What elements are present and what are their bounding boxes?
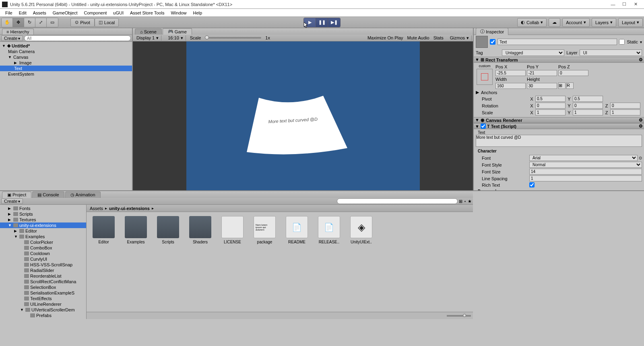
layout-dropdown[interactable]: Layout ▾ [618,18,643,27]
text-textarea[interactable]: More text but curved @D [476,135,642,147]
tag-dropdown[interactable]: Untagged [502,49,564,56]
rotate-tool[interactable]: ↻ [24,18,35,27]
hierarchy-create[interactable]: Create ▾ [1,35,23,41]
zoom-slider[interactable] [447,315,471,317]
folder-item[interactable]: ▼unity-ui-extensions [0,222,86,228]
breadcrumb-item[interactable]: unity-ui-extensions [109,206,150,211]
inspector-tab[interactable]: ⓘ Inspector [476,28,508,35]
posx-input[interactable] [495,70,526,76]
name-field[interactable] [497,39,617,45]
scale-tool[interactable]: ⤢ [35,18,47,27]
stats-toggle[interactable]: Stats [433,35,444,40]
menu-assets[interactable]: Assets [30,10,50,16]
collab-dropdown[interactable]: ◐ Collab ▾ [517,18,547,27]
posy-input[interactable] [527,70,557,76]
game-view[interactable]: More text but curved @D [133,41,473,190]
blueprint-btn[interactable]: ⊞ [558,82,566,89]
menu-file[interactable]: File [2,10,16,16]
account-dropdown[interactable]: Account ▾ [562,18,590,27]
folder-item[interactable]: ColorPicker [0,239,86,245]
display-dropdown[interactable]: Display 1 ▾ [134,35,161,41]
menu-gameobject[interactable]: GameObject [50,10,81,16]
rect-transform-header[interactable]: ▼ ⊞ Rect Transform⚙ [474,57,644,63]
font-select[interactable]: Arial [529,155,638,161]
canvas-renderer-header[interactable]: ▼ ◉ Canvas Renderer⚙ [474,117,644,123]
tree-text[interactable]: Text [0,66,132,71]
folder-item[interactable]: Prefabs [0,313,86,318]
asset-folder[interactable]: Scripts [155,216,181,244]
cloud-button[interactable]: ☁ [549,18,560,27]
asset-file[interactable]: 📄RELEASE.. [316,216,342,244]
folder-item[interactable]: ReorderableList [0,273,86,279]
breadcrumb-item[interactable]: Assets [90,206,103,211]
rot-y[interactable] [573,103,603,109]
folder-item[interactable]: SerialisationExampleS [0,290,86,296]
folder-item[interactable]: SelectionBox [0,284,86,290]
pivot-toggle[interactable]: ⊙ Pivot [70,18,95,27]
folder-item[interactable]: ▶Editor [0,228,86,234]
asset-unity[interactable]: ◈UnityUIExt.. [348,216,374,244]
project-create[interactable]: Create ▾ [1,198,23,204]
asset-folder[interactable]: Examples [123,216,149,244]
posz-input[interactable] [558,70,588,76]
console-tab[interactable]: ▤ Console [32,192,64,198]
scale-slider[interactable] [205,37,261,39]
linespacing-input[interactable] [529,175,642,181]
step-button[interactable]: ▶❚ [328,18,340,27]
tree-canvas[interactable]: ▼Canvas [0,54,132,60]
close-button[interactable]: ✕ [632,1,639,8]
project-tab[interactable]: ▣ Project [2,192,31,198]
maximize-toggle[interactable]: Maximize On Play [367,35,403,40]
folder-item[interactable]: ▶Textures [0,217,86,222]
folder-item[interactable]: ▶Fonts [0,206,86,211]
asset-folder[interactable]: Shaders [187,216,213,244]
folder-item[interactable]: RadialSlider [0,268,86,273]
rect-tool[interactable]: ▭ [47,18,58,27]
search-filter-icons[interactable]: ⊞ ⋆ ★ [459,199,472,204]
layers-dropdown[interactable]: Layers ▾ [592,18,616,27]
menu-component[interactable]: Component [80,10,110,16]
asset-folder[interactable]: Editor [91,216,117,244]
asset-file[interactable]: LICENSE [219,216,246,244]
scale-x[interactable] [535,109,566,115]
folder-item[interactable]: ScrollRectConflictMana [0,279,86,284]
pivot-x[interactable] [535,96,566,102]
scale-y[interactable] [573,109,603,115]
raw-btn[interactable]: R [566,82,574,89]
game-tab[interactable]: 🎮 Game [163,28,192,35]
menu-window[interactable]: Window [167,10,190,16]
menu-assetstore[interactable]: Asset Store Tools [127,10,167,16]
folder-item[interactable]: ▼UIVerticalScrollerDem [0,307,86,313]
gizmos-dropdown[interactable]: Gizmos ▾ [448,35,472,41]
anchor-preset[interactable] [477,69,493,85]
pivot-y[interactable] [573,96,603,102]
layer-dropdown[interactable]: UI [580,49,642,56]
asset-file[interactable]: 📄README [284,216,310,244]
text-script-header[interactable]: ▼ T Text (Script)⚙ [474,123,644,129]
asset-file[interactable]: Nam lorem ipsum qui dolorempackage [252,216,278,244]
static-checkbox[interactable] [619,39,625,45]
folder-item[interactable]: UILineRenderer [0,301,86,307]
scene-tab[interactable]: ⌂ Scene [135,29,162,35]
folder-item[interactable]: Cooldown [0,251,86,256]
folder-item[interactable]: HSS-VSS-ScrollSnap [0,262,86,268]
active-checkbox[interactable] [490,39,495,45]
menu-edit[interactable]: Edit [16,10,30,16]
hierarchy-search[interactable] [24,35,131,41]
tree-camera[interactable]: Main Camera [0,49,132,54]
rot-z[interactable] [610,103,640,109]
tree-eventsystem[interactable]: EventSystem [0,71,132,77]
pause-button[interactable]: ❚❚ [316,18,328,27]
richtext-check[interactable] [529,182,535,187]
folder-item[interactable]: CurvlyUI [0,256,86,262]
project-search[interactable] [337,198,458,204]
folder-item[interactable]: ComboBox [0,245,86,251]
folder-item[interactable]: TextEffects [0,296,86,301]
width-input[interactable] [495,83,526,89]
hand-tool[interactable]: ✋ [2,18,13,27]
menu-ugui[interactable]: uGUI [110,10,127,16]
menu-help[interactable]: Help [190,10,206,16]
mute-toggle[interactable]: Mute Audio [407,35,429,40]
height-input[interactable] [527,83,557,89]
scale-z[interactable] [610,109,640,115]
